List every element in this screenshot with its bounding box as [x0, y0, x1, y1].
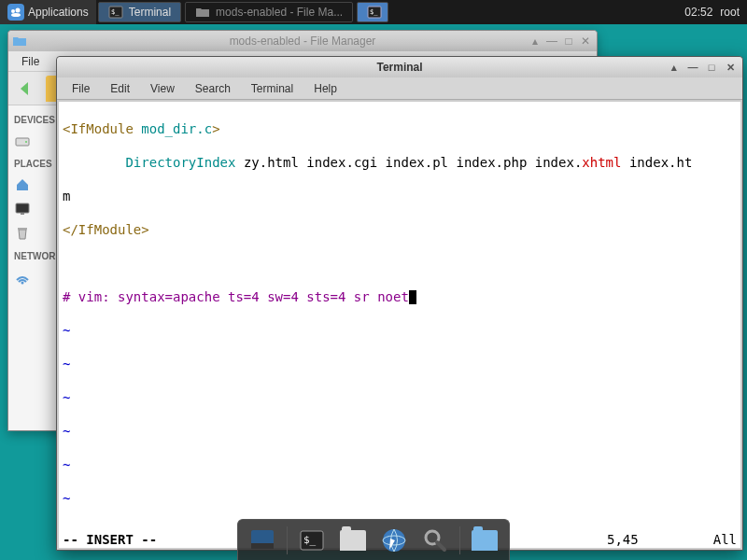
- fm-network-browse[interactable]: [12, 265, 56, 289]
- term-menu-search[interactable]: Search: [186, 80, 240, 97]
- vim-tilde: ~: [63, 423, 737, 440]
- fm-minimize-button[interactable]: —: [544, 34, 559, 49]
- vim-tilde: ~: [63, 322, 737, 339]
- vim-tilde: ~: [63, 356, 737, 372]
- terminal-icon: $_: [367, 5, 382, 20]
- dock-separator: [459, 526, 460, 554]
- vim-cursor: [409, 290, 416, 304]
- vim-tag: >: [212, 121, 219, 136]
- taskbar-filemanager[interactable]: mods-enabled - File Ma...: [185, 2, 353, 22]
- top-panel: Applications $_ Terminal mods-enabled - …: [0, 0, 747, 24]
- terminal-window: Terminal ▴ — □ ✕ File Edit View Search T…: [56, 56, 743, 551]
- dock-web-browser[interactable]: [377, 524, 411, 557]
- xfce-logo-icon: [7, 4, 24, 21]
- svg-point-12: [21, 282, 24, 285]
- svg-rect-9: [16, 203, 29, 213]
- vim-text: zy.html index.cgi index.pl index.php ind…: [235, 155, 582, 170]
- svg-text:$_: $_: [370, 8, 378, 16]
- term-rollup-button[interactable]: ▴: [666, 60, 683, 75]
- term-titlebar[interactable]: Terminal ▴ — □ ✕: [57, 57, 742, 77]
- home-icon: [14, 176, 31, 193]
- fm-titlebar[interactable]: mods-enabled - File Manager ▴ — □ ✕: [8, 31, 597, 51]
- user-label[interactable]: root: [720, 6, 740, 19]
- task-label: mods-enabled - File Ma...: [216, 6, 343, 19]
- dock-folder[interactable]: [468, 524, 501, 557]
- term-menu-help[interactable]: Help: [304, 80, 346, 97]
- vim-mode: -- INSERT --: [63, 531, 157, 548]
- term-maximize-button[interactable]: □: [703, 60, 720, 75]
- fm-network-header: NETWORK: [14, 251, 56, 261]
- fm-places-header: PLACES: [14, 159, 56, 169]
- vim-keyword: DirectoryIndex: [125, 155, 235, 170]
- folder-icon: [195, 5, 210, 20]
- fm-place-trash[interactable]: [12, 221, 56, 245]
- taskbar-terminal[interactable]: $_ Terminal: [98, 2, 181, 22]
- dock-file-manager[interactable]: [336, 524, 370, 557]
- term-menu-edit[interactable]: Edit: [101, 80, 139, 97]
- dock-terminal[interactable]: $_: [295, 524, 329, 557]
- vim-tilde: ~: [63, 456, 737, 473]
- fm-place-home[interactable]: [12, 173, 56, 197]
- term-menu-terminal[interactable]: Terminal: [242, 80, 303, 97]
- taskbar-item-3[interactable]: $_: [357, 2, 388, 22]
- vim-text: mod_dir.c: [134, 121, 212, 136]
- fm-window-icon: [12, 34, 27, 49]
- fm-back-button[interactable]: [12, 76, 38, 102]
- dock: $_: [237, 519, 510, 560]
- term-minimize-button[interactable]: —: [684, 60, 701, 75]
- desktop-icon: [14, 201, 31, 217]
- fm-device-filesystem[interactable]: [12, 129, 56, 153]
- svg-point-0: [11, 9, 15, 13]
- vim-tilde: ~: [63, 389, 737, 406]
- fm-devices-header: DEVICES: [14, 115, 56, 125]
- dock-show-desktop[interactable]: [246, 524, 279, 557]
- vim-position: 5,45: [607, 531, 639, 548]
- svg-rect-11: [18, 228, 27, 230]
- clock[interactable]: 02:52: [684, 6, 712, 19]
- network-icon: [14, 269, 31, 286]
- svg-point-8: [25, 141, 27, 143]
- term-menubar: File Edit View Search Terminal Help: [57, 77, 742, 100]
- applications-label: Applications: [28, 6, 89, 19]
- folder-icon: [340, 530, 366, 551]
- svg-rect-10: [21, 213, 24, 215]
- vim-tag: </IfModule>: [63, 222, 149, 237]
- vim-text: m: [63, 189, 70, 203]
- vim-scroll: All: [713, 531, 737, 548]
- term-title: Terminal: [376, 61, 422, 74]
- panel-right: 02:52 root: [684, 6, 747, 19]
- applications-menu[interactable]: Applications: [0, 0, 96, 24]
- trash-icon: [14, 225, 31, 242]
- vim-tag: <IfModule: [63, 121, 134, 136]
- drive-icon: [14, 133, 31, 149]
- svg-text:$_: $_: [303, 534, 317, 546]
- fm-menu-file[interactable]: File: [14, 53, 47, 70]
- terminal-content[interactable]: <IfModule mod_dir.c> DirectoryIndex zy.h…: [59, 102, 740, 548]
- svg-text:$_: $_: [111, 8, 120, 16]
- folder-icon: [472, 530, 498, 551]
- term-menu-file[interactable]: File: [63, 80, 99, 97]
- dock-search[interactable]: [418, 524, 452, 557]
- dock-separator: [287, 526, 288, 554]
- fm-close-button[interactable]: ✕: [578, 34, 593, 49]
- fm-place-desktop[interactable]: [12, 197, 56, 221]
- vim-indent: [63, 155, 125, 170]
- vim-tilde: ~: [63, 490, 737, 507]
- svg-point-2: [11, 13, 21, 17]
- svg-rect-14: [251, 543, 274, 549]
- vim-keyword: xhtml: [582, 155, 621, 170]
- term-close-button[interactable]: ✕: [722, 60, 739, 75]
- fm-title: mods-enabled - File Manager: [230, 35, 376, 48]
- fm-sidebar: DEVICES PLACES NETWORK: [8, 105, 60, 430]
- vim-text: index.ht: [621, 155, 692, 170]
- svg-line-20: [437, 542, 444, 550]
- task-label: Terminal: [129, 6, 171, 19]
- fm-maximize-button[interactable]: □: [561, 34, 576, 49]
- svg-point-1: [16, 8, 21, 13]
- term-menu-view[interactable]: View: [141, 80, 184, 97]
- terminal-icon: $_: [108, 5, 123, 20]
- fm-rollup-button[interactable]: ▴: [528, 34, 543, 49]
- vim-comment: # vim: syntax=apache ts=4 sw=4 sts=4 sr …: [63, 289, 409, 304]
